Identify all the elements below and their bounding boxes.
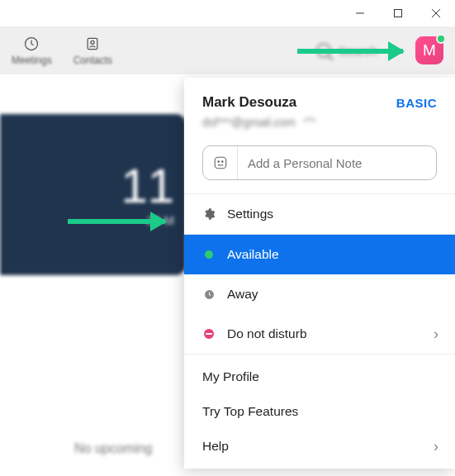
nav-contacts[interactable]: Contacts [73, 35, 112, 66]
available-status-icon [205, 250, 213, 259]
menu-help[interactable]: Help › [184, 429, 455, 464]
menu-settings[interactable]: Settings [184, 194, 455, 234]
status-away[interactable]: Away [184, 274, 455, 314]
no-upcoming-text: No upcoming [74, 441, 152, 456]
svg-rect-1 [395, 10, 402, 17]
meeting-card: 11 28 M [0, 114, 186, 275]
personal-note-field[interactable] [202, 145, 437, 180]
svg-point-6 [91, 40, 94, 44]
nav-meetings[interactable]: Meetings [12, 35, 52, 66]
status-available-label: Available [227, 247, 279, 262]
chevron-right-icon: › [434, 326, 438, 343]
personal-note-input[interactable] [238, 156, 436, 170]
window-maximize-button[interactable] [379, 0, 417, 26]
chevron-right-icon: › [434, 438, 438, 455]
presence-indicator-icon [436, 34, 446, 44]
status-dnd-label: Do not disturb [227, 326, 307, 341]
profile-avatar-button[interactable]: M [415, 36, 443, 64]
emoji-picker-icon[interactable] [203, 146, 238, 179]
annotation-arrow-to-settings [68, 219, 165, 224]
nav-meetings-label: Meetings [12, 55, 52, 66]
contacts-icon [83, 35, 102, 53]
profile-name: Mark Desouza [202, 94, 296, 111]
menu-help-label: Help [202, 439, 229, 454]
profile-header: Mark Desouza BASIC dsf***@gmail.com [184, 78, 455, 139]
status-available[interactable]: Available [184, 235, 455, 274]
svg-rect-7 [215, 157, 226, 169]
profile-dropdown: Mark Desouza BASIC dsf***@gmail.com Sett… [184, 78, 455, 469]
away-status-icon [202, 288, 216, 301]
menu-top-features-label: Try Top Features [202, 404, 298, 419]
plan-badge[interactable]: BASIC [396, 96, 437, 110]
status-do-not-disturb[interactable]: Do not disturb › [184, 314, 455, 354]
svg-point-8 [218, 161, 220, 163]
avatar-initial: M [423, 41, 436, 60]
menu-my-profile[interactable]: My Profile [184, 359, 455, 394]
clock-icon [22, 35, 40, 53]
gear-icon [202, 207, 216, 221]
window-close-button[interactable] [417, 0, 455, 26]
clock-time: 11 [121, 162, 174, 210]
menu-top-features[interactable]: Try Top Features [184, 394, 455, 429]
status-away-label: Away [227, 287, 258, 302]
nav-contacts-label: Contacts [73, 55, 112, 66]
menu-settings-label: Settings [227, 207, 273, 221]
profile-email: dsf***@gmail.com [202, 116, 296, 129]
dnd-status-icon [202, 327, 216, 340]
annotation-arrow-to-avatar [297, 49, 403, 54]
reveal-email-icon[interactable] [302, 116, 317, 129]
window-titlebar [0, 0, 455, 26]
svg-point-9 [221, 161, 223, 163]
window-minimize-button[interactable] [341, 0, 379, 26]
menu-my-profile-label: My Profile [202, 369, 259, 384]
